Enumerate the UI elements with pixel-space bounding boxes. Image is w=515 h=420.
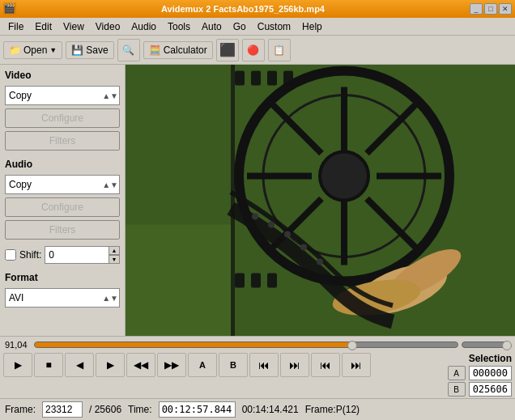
main-row: Video Copy ▲▼ Configure Filters Audio Co… [0, 65, 515, 336]
menu-edit[interactable]: Edit [30, 19, 57, 34]
selection-a-value: 000000 [469, 366, 512, 380]
play-button[interactable]: ▶ [3, 353, 32, 377]
rewind-button[interactable]: ◀◀ [126, 353, 155, 377]
calculator-button[interactable]: 🧮 Calculator [143, 41, 213, 59]
selection-b-row: B 025606 [448, 382, 512, 397]
toolbar: 📁 Open ▼ 💾 Save 🔍 🧮 Calculator ⬛ 🔴 📋 [0, 36, 515, 65]
selection-a-row: A 000000 [448, 366, 512, 380]
time-label: Time: [128, 404, 152, 415]
shift-down-button[interactable]: ▼ [109, 255, 120, 264]
next-keyframe-button[interactable]: ⏭ [342, 353, 371, 377]
minimize-button[interactable]: _ [470, 3, 483, 15]
svg-rect-18 [267, 274, 277, 288]
seekbar-thumb[interactable] [347, 341, 357, 350]
video-codec-wrapper: Copy ▲▼ [5, 86, 120, 105]
svg-point-27 [317, 259, 323, 265]
menu-view[interactable]: View [58, 19, 89, 34]
display-icon: ⬛ [219, 42, 236, 57]
svg-rect-13 [251, 71, 261, 86]
seekbar-mini-thumb[interactable] [502, 341, 512, 350]
content-area: Video Copy ▲▼ Configure Filters Audio Co… [0, 65, 515, 420]
menu-tools[interactable]: Tools [163, 19, 195, 34]
menu-go[interactable]: Go [228, 19, 251, 34]
shift-up-button[interactable]: ▲ [109, 246, 120, 255]
forward-button[interactable]: ▶▶ [157, 353, 186, 377]
seekbar-track[interactable] [34, 342, 458, 348]
go-start-button[interactable]: ⏮ [249, 353, 279, 377]
svg-point-25 [284, 231, 291, 238]
save-button[interactable]: 💾 Save [66, 41, 113, 59]
menu-video[interactable]: Video [91, 19, 125, 34]
zoom-button[interactable]: 🔍 [117, 39, 140, 62]
svg-rect-12 [235, 71, 245, 86]
seekbar-mini-track[interactable] [462, 342, 510, 348]
format-select[interactable]: AVI MP4 MKV [5, 288, 120, 308]
shift-label: Shift: [19, 249, 41, 261]
titlebar: 🎬 Avidemux 2 FactsAbo1975_256kb.mp4 _ □ … [0, 0, 515, 18]
playback-controls: ▶ ■ ◀ ▶ ◀◀ ▶▶ A B ⏮ ⏭ ⏮ ⏭ [3, 353, 448, 377]
format-section-label: Format [5, 272, 120, 283]
selection-panel: Selection A 000000 B 025606 [448, 353, 512, 397]
calculator-icon: 🧮 [149, 45, 161, 56]
audio-section-label: Audio [5, 159, 120, 170]
svg-point-3 [320, 152, 368, 201]
maximize-button[interactable]: □ [484, 3, 497, 15]
color-button[interactable]: 🔴 [242, 39, 265, 62]
svg-point-23 [252, 214, 258, 220]
prev-keyframe-button[interactable]: ⏮ [311, 353, 340, 377]
video-codec-select[interactable]: Copy [5, 86, 120, 105]
svg-rect-14 [267, 71, 277, 86]
total-frames: / 25606 [89, 404, 121, 415]
left-panel: Video Copy ▲▼ Configure Filters Audio Co… [0, 65, 126, 336]
svg-rect-15 [283, 71, 293, 86]
menu-file[interactable]: File [3, 19, 28, 34]
stop-button[interactable]: ■ [34, 353, 63, 377]
menu-help[interactable]: Help [297, 19, 327, 34]
close-button[interactable]: ✕ [499, 3, 512, 15]
video-configure-button[interactable]: Configure [5, 108, 120, 128]
shift-checkbox[interactable] [5, 249, 16, 261]
shift-spinner: 0 ▲ ▼ [45, 246, 120, 264]
folder-icon: 📁 [9, 45, 21, 56]
shift-spinner-buttons: ▲ ▼ [109, 246, 120, 264]
audio-configure-button[interactable]: Configure [5, 197, 120, 217]
window-title: Avidemux 2 FactsAbo1975_256kb.mp4 [16, 4, 470, 14]
open-label: Open [23, 45, 47, 56]
video-filters-button[interactable]: Filters [5, 131, 120, 151]
extra-button[interactable]: 📋 [268, 39, 291, 62]
audio-codec-select[interactable]: Copy [5, 175, 120, 194]
prev-frame-button[interactable]: ◀ [65, 353, 94, 377]
frame-input[interactable] [42, 401, 83, 418]
open-button[interactable]: 📁 Open ▼ [3, 41, 62, 59]
seekbar-row: 91,04 [0, 337, 515, 351]
format-wrapper: AVI MP4 MKV ▲▼ [5, 288, 120, 308]
current-time-input[interactable] [159, 401, 236, 418]
menu-auto[interactable]: Auto [197, 19, 227, 34]
zoom-icon: 🔍 [122, 45, 134, 56]
save-label: Save [86, 45, 108, 56]
selection-b-button[interactable]: B [448, 382, 466, 397]
video-section-label: Video [5, 70, 120, 81]
audio-filters-button[interactable]: Filters [5, 220, 120, 240]
menu-audio[interactable]: Audio [126, 19, 161, 34]
mark-a-button[interactable]: A [188, 353, 217, 377]
mark-b-button[interactable]: B [219, 353, 248, 377]
go-end-button[interactable]: ⏭ [280, 353, 309, 377]
open-dropdown-icon: ▼ [49, 46, 57, 54]
statusbar: Frame: / 25606 Time: 00:14:14.421 Frame:… [0, 398, 515, 420]
selection-a-button[interactable]: A [448, 366, 466, 380]
video-frame-svg [126, 65, 515, 336]
extra-icon: 📋 [273, 45, 285, 56]
frame-label: Frame: [5, 404, 36, 415]
svg-rect-17 [251, 274, 261, 288]
seekbar-position-label: 91,04 [5, 340, 31, 350]
menu-custom[interactable]: Custom [253, 19, 296, 34]
bottom-controls: 91,04 ▶ ■ ◀ ▶ ◀◀ ▶▶ A [0, 336, 515, 420]
selection-title: Selection [469, 353, 512, 364]
calculator-label: Calculator [164, 45, 207, 56]
display-button[interactable]: ⬛ [216, 39, 239, 62]
svg-point-26 [300, 244, 307, 251]
selection-b-value: 025606 [469, 382, 512, 397]
next-frame-button[interactable]: ▶ [96, 353, 125, 377]
controls-selection-row: ▶ ■ ◀ ▶ ◀◀ ▶▶ A B ⏮ ⏭ ⏮ ⏭ Selection [0, 351, 515, 398]
